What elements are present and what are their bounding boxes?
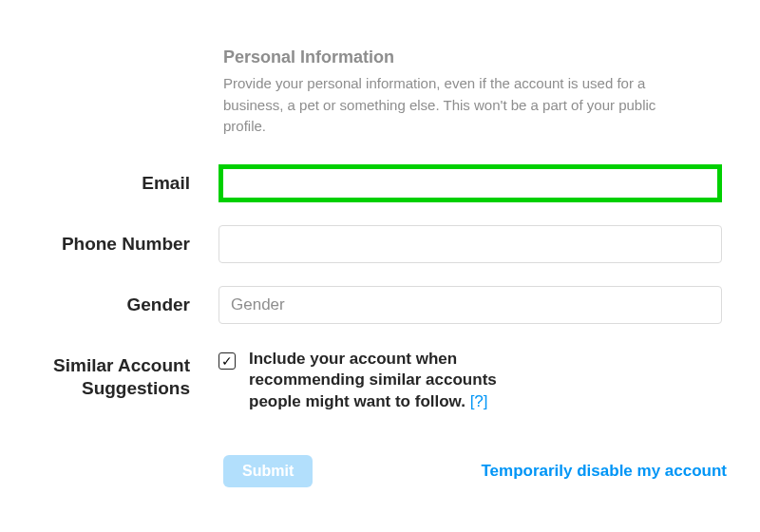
email-label: Email <box>142 173 190 193</box>
checkbox-text: Include your account when recommending s… <box>249 350 497 411</box>
phone-label: Phone Number <box>62 234 190 254</box>
submit-button[interactable]: Submit <box>223 455 313 487</box>
gender-row: Gender <box>28 286 732 324</box>
personal-info-header: Personal Information Provide your person… <box>223 48 732 138</box>
similar-accounts-row: Similar Account Suggestions ✓ Include yo… <box>28 347 732 414</box>
section-description: Provide your personal information, even … <box>223 73 698 138</box>
help-link[interactable]: [?] <box>470 392 488 410</box>
gender-input[interactable] <box>218 286 722 324</box>
phone-row: Phone Number <box>28 225 732 263</box>
section-title: Personal Information <box>223 48 732 67</box>
email-input[interactable] <box>218 164 722 202</box>
email-row: Email <box>28 164 732 202</box>
phone-input[interactable] <box>218 225 722 263</box>
disable-account-link[interactable]: Temporarily disable my account <box>481 462 727 481</box>
similar-accounts-label: Similar Account Suggestions <box>53 355 190 399</box>
gender-label: Gender <box>126 294 190 314</box>
similar-accounts-checkbox-label: Include your account when recommending s… <box>249 349 543 414</box>
similar-accounts-checkbox[interactable]: ✓ <box>218 352 236 370</box>
action-row: Submit Temporarily disable my account <box>223 455 727 487</box>
